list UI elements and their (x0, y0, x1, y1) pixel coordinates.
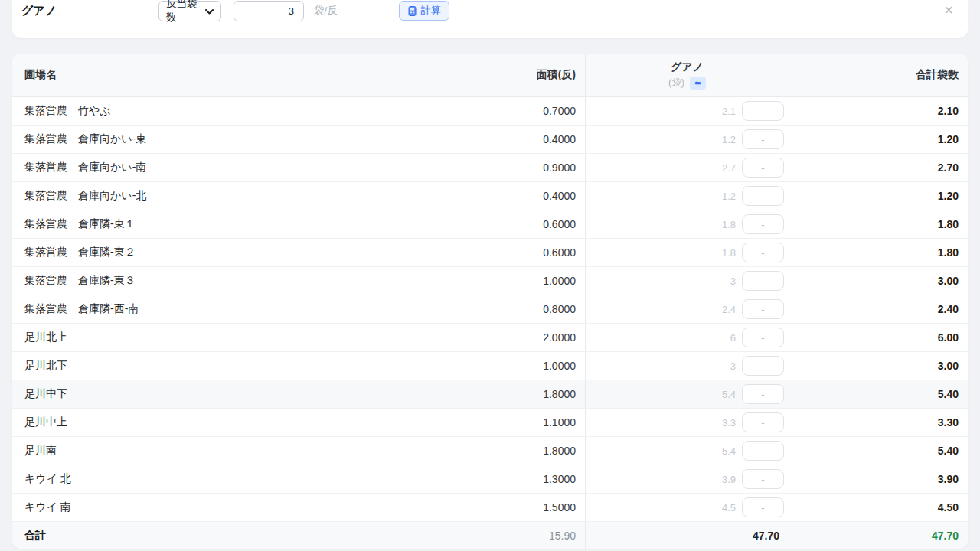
total-bags-value: 4.50 (789, 494, 968, 521)
area-value: 0.4000 (420, 182, 586, 210)
bags-cell: 2.7 (586, 154, 789, 181)
area-value: 1.0000 (420, 267, 586, 295)
bags-cell: 1.8 (586, 239, 789, 266)
bags-override-input[interactable] (742, 214, 784, 234)
bags-override-input[interactable] (742, 186, 784, 206)
table-row: 足川北上 2.0000 6 6.00 (12, 324, 968, 352)
total-bags-value: 3.30 (789, 409, 968, 436)
bags-override-input[interactable] (742, 271, 784, 291)
calculated-bags-value: 3.9 (722, 474, 736, 485)
bags-override-input[interactable] (742, 129, 784, 149)
calculated-bags-value: 1.2 (722, 191, 736, 202)
footer-total-label: 合計 (12, 522, 420, 549)
header-field-name: 圃場名 (12, 54, 420, 96)
calculated-bags-value: 2.4 (722, 304, 736, 315)
field-name: 足川北上 (12, 324, 420, 351)
bags-override-input[interactable] (742, 384, 784, 404)
area-value: 2.0000 (420, 324, 586, 351)
area-value: 1.1000 (420, 409, 586, 436)
field-name: 集落営農 倉庫隣-東３ (12, 267, 420, 295)
calculator-icon (407, 6, 417, 16)
footer-area-total: 15.90 (420, 522, 586, 549)
calculated-bags-value: 4.5 (722, 502, 736, 514)
table-row: 足川中下 1.8000 5.4 5.40 (12, 380, 968, 409)
table-row: 集落営農 竹やぶ 0.7000 2.1 2.10 (12, 97, 968, 126)
bags-override-input[interactable] (742, 441, 784, 461)
field-name: 集落営農 倉庫向かい-北 (12, 182, 420, 210)
bags-override-input[interactable] (742, 328, 784, 347)
approx-badge-icon[interactable]: ≃ (690, 77, 706, 90)
calculated-bags-value: 1.8 (722, 219, 736, 230)
total-bags-value: 1.80 (789, 239, 968, 266)
calculated-bags-value: 3 (730, 360, 736, 372)
bags-cell: 1.2 (586, 182, 789, 210)
rate-per-tan-input[interactable] (234, 1, 304, 21)
bags-cell: 3.3 (586, 409, 789, 436)
field-name: 集落営農 倉庫隣-東２ (12, 239, 420, 266)
area-value: 0.9000 (420, 154, 586, 181)
total-bags-value: 3.00 (789, 352, 968, 380)
header-product: グアノ (袋) ≃ (586, 54, 789, 96)
bags-override-input[interactable] (742, 299, 784, 319)
total-bags-value: 1.20 (789, 126, 968, 153)
calculate-button[interactable]: 計算 (399, 1, 449, 21)
bags-cell: 3.9 (586, 465, 789, 493)
area-value: 1.8000 (420, 380, 586, 408)
field-name: 足川南 (12, 437, 420, 465)
field-name: 足川北下 (12, 352, 420, 380)
header-product-name: グアノ (671, 60, 704, 74)
bags-cell: 3 (586, 352, 789, 380)
table-row: 足川中上 1.1000 3.3 3.30 (12, 409, 968, 437)
calculated-bags-value: 1.8 (722, 247, 736, 259)
table-row: 足川南 1.8000 5.4 5.40 (12, 437, 968, 465)
close-icon[interactable]: ✕ (941, 3, 957, 18)
bags-cell: 5.4 (586, 380, 789, 408)
bags-cell: 6 (586, 324, 789, 351)
calc-toolbar: グアノ 反当袋数 袋/反 計算 ✕ (12, 0, 968, 38)
bags-override-input[interactable] (742, 497, 784, 517)
field-name: 集落営農 倉庫向かい-東 (12, 126, 420, 153)
field-name: 集落営農 倉庫隣-西-南 (12, 295, 420, 323)
calc-mode-value: 反当袋数 (166, 0, 205, 24)
calculated-bags-value: 3 (730, 276, 736, 287)
table-row: 集落営農 倉庫隣-東３ 1.0000 3 3.00 (12, 267, 968, 295)
total-bags-value: 5.40 (789, 437, 968, 465)
bags-override-input[interactable] (742, 412, 784, 432)
calculated-bags-value: 2.7 (722, 162, 736, 174)
calculated-bags-value: 3.3 (722, 417, 736, 429)
table-row: 集落営農 倉庫隣-西-南 0.8000 2.4 2.40 (12, 295, 968, 324)
calculated-bags-value: 6 (730, 332, 736, 344)
calculated-bags-value: 5.4 (722, 445, 736, 457)
field-name: 集落営農 倉庫向かい-南 (12, 154, 420, 181)
total-bags-value: 2.40 (789, 295, 968, 323)
table-body: 集落営農 竹やぶ 0.7000 2.1 2.10 集落営農 倉庫向かい-東 0.… (12, 97, 968, 522)
total-bags-value: 3.90 (789, 465, 968, 493)
bags-override-input[interactable] (742, 469, 784, 489)
bags-cell: 4.5 (586, 494, 789, 521)
table-row: 集落営農 倉庫向かい-東 0.4000 1.2 1.20 (12, 126, 968, 154)
total-bags-value: 3.00 (789, 267, 968, 295)
area-value: 1.5000 (420, 494, 586, 521)
area-value: 0.6000 (420, 210, 586, 238)
footer-bags-total: 47.70 (586, 522, 789, 549)
bags-override-input[interactable] (742, 356, 784, 376)
calculated-bags-value: 1.2 (722, 134, 736, 145)
table-row: 集落営農 倉庫隣-東１ 0.6000 1.8 1.80 (12, 210, 968, 239)
bags-cell: 2.4 (586, 295, 789, 323)
area-value: 1.8000 (420, 437, 586, 465)
table-row: 集落営農 倉庫向かい-北 0.4000 1.2 1.20 (12, 182, 968, 210)
bags-override-input[interactable] (742, 101, 784, 121)
area-value: 1.0000 (420, 352, 586, 380)
table-row: キウイ 南 1.5000 4.5 4.50 (12, 494, 968, 522)
bags-cell: 1.8 (586, 210, 789, 238)
calculated-bags-value: 2.1 (722, 106, 736, 117)
bags-override-input[interactable] (742, 158, 784, 178)
unit-label: 袋/反 (314, 4, 338, 18)
field-name: キウイ 北 (12, 465, 420, 493)
calc-mode-select[interactable]: 反当袋数 (158, 1, 221, 21)
calculate-button-label: 計算 (421, 4, 441, 18)
bags-override-input[interactable] (742, 243, 784, 262)
fields-table: 圃場名 面積(反) グアノ (袋) ≃ 合計袋数 集落営農 竹やぶ 0.7000… (12, 54, 968, 549)
field-name: 足川中上 (12, 409, 420, 436)
area-value: 1.3000 (420, 465, 586, 493)
